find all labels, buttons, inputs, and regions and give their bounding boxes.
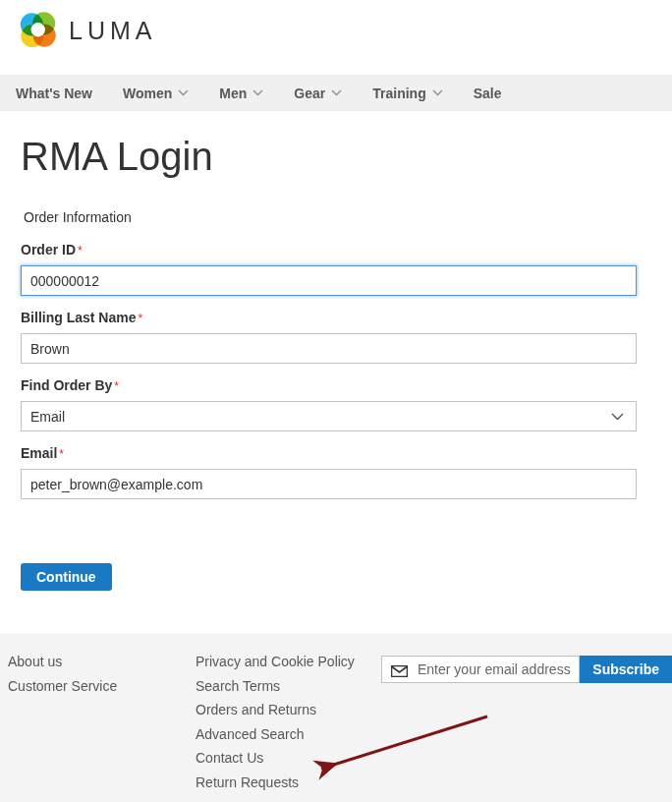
billing-last-name-field-group: Billing Last Name* [21, 310, 637, 364]
billing-last-name-label: Billing Last Name* [21, 310, 637, 325]
required-asterisk: * [78, 244, 83, 258]
email-input[interactable] [21, 469, 637, 499]
footer-link-advanced-search[interactable]: Advanced Search [196, 722, 305, 747]
newsletter-signup: Subscribe [381, 656, 672, 802]
email-label: Email* [21, 445, 637, 461]
form-legend: Order Information [24, 209, 637, 225]
email-field-group: Email* [21, 445, 637, 499]
envelope-icon [391, 663, 408, 681]
billing-last-name-input[interactable] [21, 333, 637, 364]
chevron-down-icon [432, 89, 443, 96]
page-title: RMA Login [21, 135, 637, 178]
chevron-down-icon [252, 89, 263, 96]
rma-login-form: Order ID* Billing Last Name* Find Order … [21, 242, 637, 591]
nav-item-whats-new[interactable]: What's New [16, 86, 92, 101]
continue-button[interactable]: Continue [21, 563, 112, 591]
nav-item-men[interactable]: Men [219, 86, 263, 101]
required-asterisk: * [114, 379, 119, 393]
logo-link[interactable]: LUMA [18, 10, 156, 51]
footer-link-return-requests[interactable]: Return Requests [196, 771, 299, 795]
required-asterisk: * [138, 312, 142, 325]
find-order-by-field-group: Find Order By* Email [21, 377, 637, 431]
chevron-down-icon [331, 89, 342, 96]
find-order-by-label: Find Order By* [21, 377, 637, 393]
footer-link-contact-us[interactable]: Contact Us [196, 746, 263, 771]
footer-links-column-2: Privacy and Cookie Policy Search Terms O… [196, 650, 381, 802]
footer-link-about-us[interactable]: About us [8, 650, 62, 674]
luma-logo-icon [18, 10, 58, 51]
chevron-down-icon [178, 89, 189, 96]
newsletter-input-wrap [381, 656, 580, 683]
required-asterisk: * [59, 447, 64, 461]
footer-link-privacy-policy[interactable]: Privacy and Cookie Policy [196, 650, 355, 674]
order-id-field-group: Order ID* [21, 242, 637, 296]
nav-item-training[interactable]: Training [372, 86, 442, 101]
order-id-input[interactable] [21, 265, 637, 296]
chevron-down-icon [611, 413, 624, 421]
site-header: LUMA [0, 0, 672, 75]
subscribe-button[interactable]: Subscribe [580, 656, 672, 683]
find-order-by-select[interactable]: Email [21, 401, 637, 431]
main-content: RMA Login Order Information Order ID* Bi… [0, 135, 672, 591]
main-nav: What's New Women Men Gear Training Sale [0, 75, 672, 111]
footer-link-search-terms[interactable]: Search Terms [196, 674, 280, 699]
order-id-label: Order ID* [21, 242, 637, 258]
logo-text: LUMA [69, 17, 156, 45]
nav-item-women[interactable]: Women [123, 86, 189, 101]
footer-link-orders-returns[interactable]: Orders and Returns [196, 698, 316, 722]
site-footer: About us Customer Service Privacy and Co… [0, 634, 672, 802]
nav-item-sale[interactable]: Sale [474, 86, 502, 101]
find-order-by-selected-value: Email [30, 409, 65, 425]
nav-item-gear[interactable]: Gear [294, 86, 342, 101]
footer-links-column-1: About us Customer Service [8, 650, 196, 802]
footer-link-customer-service[interactable]: Customer Service [8, 674, 117, 699]
newsletter-email-input[interactable] [381, 656, 580, 683]
